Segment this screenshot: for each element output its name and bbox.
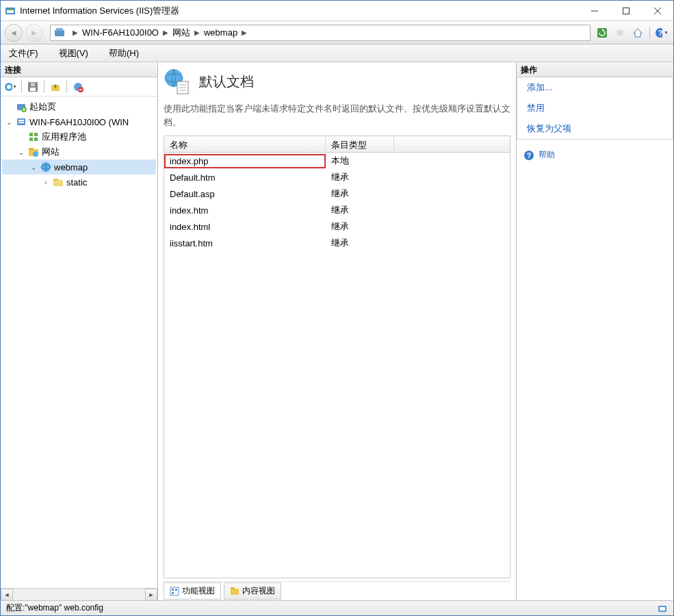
action-disable[interactable]: 禁用 (517, 98, 673, 118)
view-tabs: 功能视图 内容视图 (164, 581, 510, 600)
column-spacer (394, 136, 510, 152)
table-row[interactable]: iisstart.htm继承 (164, 235, 510, 251)
cell-type: 继承 (326, 169, 394, 185)
content-view-tab[interactable]: 内容视图 (224, 582, 281, 600)
help-action[interactable]: ? 帮助 (517, 145, 673, 165)
remove-connection-icon[interactable] (71, 80, 85, 94)
documents-grid[interactable]: 名称 条目类型 index.php本地Default.htm继承Default.… (164, 136, 510, 578)
chevron-right-icon: ▶ (242, 29, 247, 36)
expander-icon[interactable]: ⌄ (5, 118, 13, 126)
back-button[interactable]: ◄ (5, 24, 23, 42)
separator (649, 27, 650, 39)
tree-node-folder[interactable]: ›static (2, 175, 156, 190)
maximize-button[interactable] (610, 1, 642, 21)
svg-point-35 (33, 151, 38, 157)
table-row[interactable]: index.html继承 (164, 218, 510, 235)
svg-rect-51 (231, 589, 239, 595)
expander-icon[interactable]: ⌄ (17, 149, 25, 156)
scroll-left-button[interactable]: ◄ (1, 589, 13, 601)
minimize-button[interactable] (579, 1, 610, 21)
svg-rect-29 (29, 133, 33, 136)
save-icon[interactable] (26, 80, 40, 94)
table-row[interactable]: Default.asp继承 (164, 185, 510, 202)
expander-icon[interactable]: ⌄ (29, 164, 38, 171)
tree-node-pool[interactable]: 应用程序池 (2, 129, 156, 144)
svg-rect-47 (170, 587, 179, 595)
status-bar: 配置:"webmap" web.config (1, 600, 673, 615)
actions-group: 添加...禁用恢复为父项 (517, 77, 673, 140)
svg-rect-31 (29, 138, 33, 141)
breadcrumb-item[interactable]: webmap (204, 27, 237, 38)
help-label: 帮助 (539, 149, 555, 161)
svg-rect-39 (53, 180, 63, 186)
tree-node-home[interactable]: 起始页 (2, 99, 156, 114)
svg-rect-7 (55, 30, 64, 36)
svg-text:?: ? (658, 29, 662, 37)
tree-node-site[interactable]: ⌄webmap (2, 159, 156, 175)
navigation-bar: ◄ ► ▶ WIN-F6AH10J0I0O ▶ 网站 ▶ webmap ▶ ?▼ (1, 21, 673, 44)
connections-tree: 起始页⌄WIN-F6AH10J0I0O (WIN应用程序池⌄网站⌄webmap›… (1, 97, 157, 588)
expander-icon[interactable]: › (42, 179, 50, 186)
tree-label: 网站 (42, 146, 60, 158)
svg-rect-40 (53, 179, 58, 181)
content-view-icon (230, 587, 239, 596)
svg-rect-19 (31, 83, 35, 86)
pool-icon (28, 131, 39, 142)
cell-name: iisstart.htm (164, 236, 326, 251)
action-add[interactable]: 添加... (517, 77, 673, 98)
up-level-icon[interactable] (49, 80, 62, 94)
refresh-icon[interactable] (595, 25, 610, 40)
svg-rect-34 (29, 148, 34, 150)
feature-view-tab[interactable]: 功能视图 (164, 582, 221, 600)
table-row[interactable]: Default.htm继承 (164, 169, 510, 185)
tree-label: 应用程序池 (42, 131, 86, 143)
svg-rect-48 (172, 589, 174, 591)
svg-rect-32 (34, 138, 38, 141)
connections-header: 连接 (1, 62, 157, 77)
help-dropdown-icon[interactable]: ?▼ (654, 25, 669, 40)
tree-node-server[interactable]: ⌄WIN-F6AH10J0I0O (WIN (2, 114, 156, 129)
svg-rect-27 (18, 120, 24, 121)
cell-type: 本地 (326, 153, 394, 169)
table-row[interactable]: index.htm继承 (164, 202, 510, 218)
column-name[interactable]: 名称 (164, 136, 326, 152)
feature-pane: 默认文档 使用此功能指定当客户端未请求特定文件名时返回的默认文件。按优先级顺序设… (158, 62, 516, 600)
home-icon[interactable] (630, 25, 645, 40)
folder-icon (53, 177, 64, 188)
feature-title: 默认文档 (199, 73, 254, 91)
grid-header: 名称 条目类型 (164, 136, 510, 153)
sites-icon (28, 146, 39, 157)
stop-icon[interactable] (612, 25, 627, 40)
menu-help[interactable]: 帮助(H) (106, 46, 142, 61)
separator (44, 81, 44, 93)
cell-type: 继承 (326, 218, 394, 235)
default-document-icon (164, 68, 191, 95)
actions-pane: 操作 添加...禁用恢复为父项 ? 帮助 (516, 62, 673, 600)
svg-rect-56 (660, 607, 665, 611)
breadcrumb[interactable]: ▶ WIN-F6AH10J0I0O ▶ 网站 ▶ webmap ▶ (50, 25, 591, 41)
close-button[interactable] (642, 1, 673, 21)
svg-rect-30 (34, 133, 38, 136)
menu-view[interactable]: 视图(V) (56, 46, 91, 61)
tree-label: webmap (54, 162, 88, 172)
tree-node-sites[interactable]: ⌄网站 (2, 144, 156, 159)
breadcrumb-item[interactable]: WIN-F6AH10J0I0O (82, 27, 159, 38)
chevron-right-icon: ▶ (73, 29, 78, 36)
horizontal-scrollbar[interactable]: ◄ ► (1, 588, 157, 600)
breadcrumb-item[interactable]: 网站 (172, 27, 190, 39)
connect-icon[interactable]: ▼ (3, 80, 17, 94)
window-controls (579, 1, 673, 21)
scroll-right-button[interactable]: ► (145, 589, 157, 601)
separator (21, 81, 22, 93)
cell-name: index.html (164, 220, 326, 234)
svg-text:?: ? (527, 151, 532, 159)
svg-rect-52 (231, 587, 235, 589)
title-bar: Internet Information Services (IIS)管理器 (1, 1, 673, 21)
table-row[interactable]: index.php本地 (164, 153, 510, 169)
column-type[interactable]: 条目类型 (326, 136, 394, 152)
menu-file[interactable]: 文件(F) (6, 46, 41, 61)
tree-label: static (66, 177, 87, 188)
forward-button[interactable]: ► (25, 24, 43, 42)
action-revert[interactable]: 恢复为父项 (517, 118, 673, 139)
home-icon (16, 101, 27, 112)
